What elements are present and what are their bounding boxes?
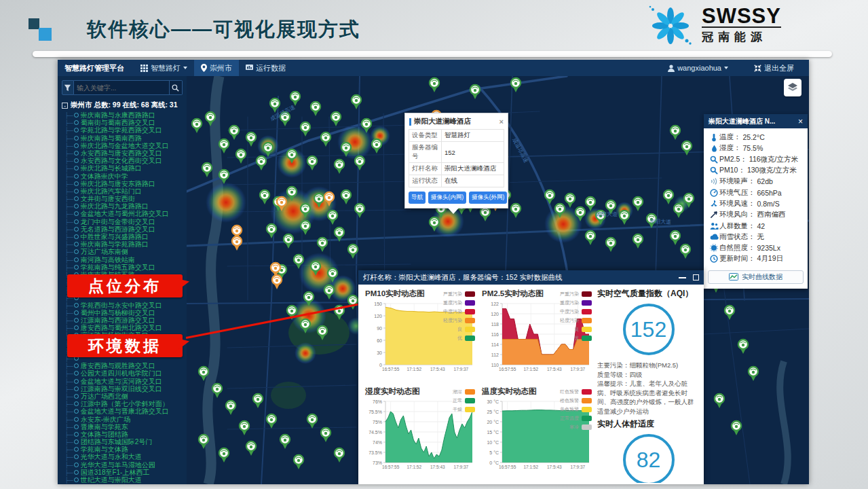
- tree-item[interactable]: ├─无名道路与西游路交叉口: [64, 225, 187, 233]
- map-pin[interactable]: [232, 236, 242, 251]
- map-pin[interactable]: [586, 231, 595, 245]
- map-pin[interactable]: [671, 231, 680, 245]
- user-menu[interactable]: wangxiaohua: [661, 60, 735, 76]
- maximize-icon[interactable]: [693, 274, 699, 280]
- map-pin[interactable]: [294, 455, 303, 469]
- tree-item[interactable]: ├─蜀南街与蜀南西路交叉口: [64, 119, 187, 126]
- map-pin[interactable]: [341, 190, 351, 204]
- map-pin[interactable]: [307, 156, 317, 170]
- tree-item[interactable]: ├─中胜世家与兴盛路路口: [64, 233, 187, 240]
- map-pin[interactable]: [267, 414, 276, 429]
- map-pin[interactable]: [236, 149, 246, 164]
- tree-item[interactable]: ├─文体路与团结路: [64, 431, 187, 438]
- minimize-icon[interactable]: [679, 277, 686, 278]
- tree-item[interactable]: ├─永安东-崇庆广场: [64, 416, 187, 423]
- map-pin[interactable]: [732, 421, 741, 435]
- tree-item[interactable]: ├─光华大道与永和大道: [64, 453, 187, 460]
- map-pin[interactable]: [480, 207, 490, 221]
- tree-item[interactable]: ├─光华大道二绕出口对面: [64, 484, 187, 484]
- map-pin[interactable]: [253, 394, 263, 408]
- tree-item[interactable]: ├─金盆地大道与蜀州北路交叉口: [64, 210, 187, 217]
- tree-item[interactable]: ├─崇庆北路与唐安东路路口: [64, 180, 187, 187]
- map-pin[interactable]: [226, 401, 235, 415]
- map-pin[interactable]: [633, 197, 643, 211]
- map-pin[interactable]: [749, 367, 758, 381]
- map-pin[interactable]: [606, 238, 616, 252]
- nav-item-city[interactable]: 崇州市: [194, 60, 239, 76]
- map-pin[interactable]: [311, 102, 320, 116]
- tree-item[interactable]: ├─万达广场西北侧: [64, 393, 187, 400]
- tree-item[interactable]: ├─晋康南与学苑东: [64, 423, 187, 431]
- tree-item[interactable]: ├─学苑北路与学苑西路交叉口: [64, 126, 187, 134]
- map-pin[interactable]: [715, 394, 724, 408]
- map-pin[interactable]: [280, 435, 290, 449]
- close-icon[interactable]: ×: [798, 117, 803, 126]
- tree-item[interactable]: ├─崇庆南路与永康西路路口: [64, 111, 187, 119]
- map-pin[interactable]: [430, 78, 439, 92]
- map-pin[interactable]: [470, 85, 480, 99]
- camera-external-button[interactable]: 摄像头(外网): [469, 192, 507, 204]
- tree-item[interactable]: ├─江源南路与西游路交叉口: [64, 316, 187, 324]
- camera-internal-button[interactable]: 摄像头(内网): [428, 192, 466, 204]
- tree-item[interactable]: ├─唐安西路与蜀州北路交叉口: [64, 324, 187, 331]
- map-pin[interactable]: [212, 384, 222, 398]
- tree-item[interactable]: ├─学苑南与文体路: [64, 446, 187, 453]
- map-pin[interactable]: [260, 190, 269, 204]
- tree-item[interactable]: ├─崇庆南路与学苑路路口: [64, 240, 187, 248]
- map-pin[interactable]: [192, 119, 202, 133]
- map-pin[interactable]: [328, 211, 337, 225]
- tree-item[interactable]: ├─蜀州中路与杨柳街交叉口: [64, 309, 187, 316]
- tree-item[interactable]: ├─永安西路与文化西街交叉口: [64, 157, 187, 164]
- tree-collapse-icon[interactable]: -: [62, 103, 68, 109]
- map-pin[interactable]: [620, 211, 629, 225]
- nav-item-running-data[interactable]: 运行数据: [239, 60, 293, 76]
- tree-item[interactable]: ├─金盆地大道与滨河路交叉口: [64, 378, 187, 385]
- map-pin[interactable]: [738, 340, 748, 354]
- search-button[interactable]: [170, 80, 183, 95]
- tree-item[interactable]: ├─崇庆北路与长城路口: [64, 164, 187, 172]
- tree-item[interactable]: ├─江源中路（第七小学斜对面）: [64, 400, 187, 408]
- tree-item[interactable]: ├─南河路与高铁站南: [64, 256, 187, 264]
- tree-item[interactable]: ├─文井街与唐安西街: [64, 195, 187, 202]
- map-pin[interactable]: [307, 414, 317, 429]
- tree-item[interactable]: ├─团结路与东城国际2号门: [64, 438, 187, 446]
- map-pin[interactable]: [664, 190, 673, 204]
- map-pin[interactable]: [633, 234, 643, 249]
- tree-item[interactable]: ├─唐安西路与观胜路交叉口: [64, 362, 187, 369]
- tree-item[interactable]: ├─光华大道与羊马湿地公园: [64, 461, 187, 469]
- map-pin[interactable]: [331, 112, 341, 126]
- tree-item[interactable]: ├─文体路崇庆中学: [64, 173, 187, 180]
- realtime-curve-button[interactable]: 实时曲线数据: [708, 270, 804, 284]
- nav-item-streetlights[interactable]: 智慧路灯: [134, 60, 194, 76]
- close-icon[interactable]: ×: [499, 118, 504, 125]
- map-pin[interactable]: [284, 234, 293, 249]
- map-pin[interactable]: [674, 204, 683, 218]
- exit-fullscreen-button[interactable]: 退出全屏: [747, 60, 801, 76]
- tree-item[interactable]: ├─学苑南路与纯五路交叉口: [64, 264, 187, 271]
- tree-item[interactable]: ├─崇庆北路与金盆地大道交叉口: [64, 142, 187, 149]
- map-pin[interactable]: [290, 92, 300, 106]
- map-pin[interactable]: [202, 163, 212, 177]
- map-pin[interactable]: [335, 448, 344, 463]
- map-pin[interactable]: [321, 428, 331, 442]
- map-pin[interactable]: [545, 190, 554, 204]
- map-pin[interactable]: [335, 160, 344, 174]
- map-pin[interactable]: [219, 448, 229, 463]
- tree-item[interactable]: ├─学苑西街与永安中路交叉口: [64, 302, 187, 309]
- filter-button[interactable]: [62, 80, 74, 95]
- tree-item[interactable]: ├─永安西路与唐安西路交叉口: [64, 149, 187, 157]
- map-pin[interactable]: [355, 204, 364, 218]
- tree-item[interactable]: ├─江源南路与崇双旧线交叉口: [64, 385, 187, 393]
- tree-item[interactable]: ├─崇庆南路与蜀南西路: [64, 134, 187, 142]
- tree-item[interactable]: ├─金盆地大道与晋康北路交叉口: [64, 408, 187, 415]
- map-pin[interactable]: [725, 306, 734, 320]
- tree-item[interactable]: ├─世纪大道与崇阳大道: [64, 476, 187, 484]
- navigate-button[interactable]: 导航: [409, 192, 426, 204]
- map-pin[interactable]: [682, 141, 692, 156]
- map-pin[interactable]: [348, 295, 358, 310]
- map-pin[interactable]: [355, 156, 364, 170]
- tree-item[interactable]: ├─崇庆北路汽车站门口: [64, 187, 187, 195]
- map-pin[interactable]: [372, 139, 381, 153]
- map-pin[interactable]: [681, 244, 690, 259]
- map-pin[interactable]: [511, 204, 521, 218]
